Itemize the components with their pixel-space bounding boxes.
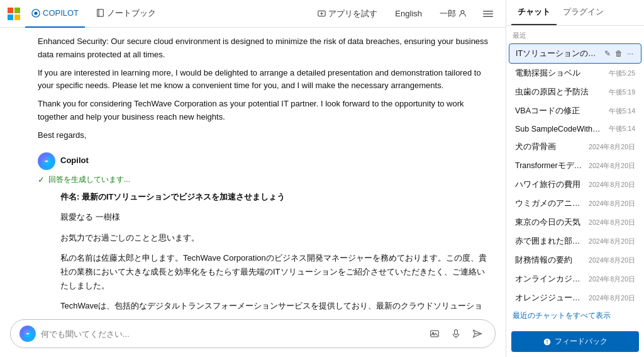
chat-list-item[interactable]: 東京の今日の天気2024年8月20日 [509,213,641,232]
input-box [10,319,496,348]
input-bar [0,313,506,357]
copilot-avatar [38,152,55,170]
chat-item-title: 虫歯の原因と予防法 [515,87,605,98]
tab-plugin[interactable]: プラグイン [557,0,610,25]
more-chat-button[interactable]: ··· [626,48,635,59]
try-app-button[interactable]: アプリを試す [311,6,384,22]
input-avatar [19,326,36,342]
chat-list-item[interactable]: 電動採掘ショベル午後5:25 [509,64,641,82]
copilot-header: Copilot [38,152,491,170]
copilot-message: Copilot ✓ 回答を生成しています... 件名: 最新のITソリューション… [38,152,491,313]
sidebar: チャット プラグイン 最近 ITソリューションのご紹介✎🗑···電動採掘ショベル… [506,0,644,357]
chat-item-title: 犬の背骨画 [515,142,585,152]
chat-list-item[interactable]: ウミガメのアニメ風画像生成2024年8月20日 [509,195,641,213]
tab-chat[interactable]: チャット [511,0,557,25]
svg-rect-2 [97,9,104,16]
show-all-chats[interactable]: 最近のチャットをすべて表示 [506,305,644,326]
chat-item-title: 東京の今日の天気 [515,217,585,228]
chat-item-time: 2024年8月20日 [589,294,635,303]
chat-item-time: 2024年8月20日 [589,218,635,227]
chat-item-title: オレンジジュースの新商品コンセ [515,293,585,303]
chat-item-time: 2024年8月20日 [589,181,635,190]
chat-list-item[interactable]: ハワイ旅行の費用2024年8月20日 [509,176,641,194]
copilot-message-body: 件名: 最新のITソリューションでビジネスを加速させましょう 親愛なる 一樹様 … [60,190,491,313]
chat-list-item[interactable]: 犬の背骨画2024年8月20日 [509,138,641,156]
input-actions [426,325,486,343]
svg-rect-13 [455,330,458,335]
chat-item-title: VBAコードの修正 [515,106,605,116]
chat-item-time: 午後5:14 [609,125,635,133]
voice-input-button[interactable] [447,325,465,343]
chat-item-time: 2024年8月20日 [589,200,635,208]
chat-item-time: 2024年8月20日 [589,256,635,265]
chat-list-item[interactable]: Transformerモデルとは？2024年8月20日 [509,157,641,175]
svg-rect-7 [483,13,493,14]
chat-list-item[interactable]: オレンジジュースの新商品コンセ2024年8月20日 [509,289,641,305]
feedback-button[interactable]: フィードバック [511,331,639,352]
edit-chat-button[interactable]: ✎ [603,48,612,59]
chat-item-time: 2024年8月20日 [589,162,635,171]
tab-notebook[interactable]: ノートブック [90,0,162,28]
chat-item-title: オンラインカジノとマーチンゲール [515,274,585,285]
chat-list-item[interactable]: 財務情報の要約2024年8月20日 [509,251,641,269]
tab-copilot[interactable]: COPILOT [25,0,85,28]
chat-item-title: ウミガメのアニメ風画像生成 [515,198,585,209]
generating-status: ✓ 回答を生成しています... [38,174,491,187]
svg-point-5 [461,11,464,14]
microsoft-logo [8,8,20,20]
chat-item-title: Sub SampleCodeWithBugs() Range("A1 [515,125,605,133]
chat-list-item[interactable]: 赤で囲まれた部分の数字と利率2024年8月20日 [509,232,641,251]
chat-list-item[interactable]: ITソリューションのご紹介✎🗑··· [509,43,641,64]
chat-item-time: 午後5:19 [609,88,635,97]
svg-rect-8 [483,16,493,17]
svg-point-1 [34,11,37,14]
chat-list: ITソリューションのご紹介✎🗑···電動採掘ショベル午後5:25虫歯の原因と予防… [506,43,644,305]
svg-rect-6 [483,11,493,12]
chat-item-time: 2024年8月20日 [589,275,635,284]
chat-item-time: 2024年8月20日 [589,237,635,246]
system-message: Enhanced Security: Our secure cloud envi… [38,35,491,142]
recent-label: 最近 [506,26,644,43]
chat-input[interactable] [41,329,421,339]
chat-item-time: 午後5:25 [609,69,635,78]
chat-item-title: 電動採掘ショベル [515,68,605,79]
chat-item-title: 赤で囲まれた部分の数字と利率 [515,236,585,247]
language-button[interactable]: English [389,6,428,21]
chat-item-title: 財務情報の要約 [515,255,585,266]
chat-list-item[interactable]: 虫歯の原因と予防法午後5:19 [509,83,641,101]
account-button[interactable]: 一郎 [433,6,473,22]
sidebar-tabs: チャット プラグイン [506,0,644,26]
chat-item-title: ITソリューションのご紹介 [516,48,603,59]
chat-list-item[interactable]: オンラインカジノとマーチンゲール2024年8月20日 [509,270,641,288]
chat-area: Enhanced Security: Our secure cloud envi… [0,28,506,313]
chat-item-actions: ✎🗑··· [603,48,635,59]
check-icon: ✓ [38,174,45,187]
send-button[interactable] [469,325,486,343]
chat-list-item[interactable]: VBAコードの修正午後5:14 [509,102,641,120]
topbar: COPILOT ノートブック アプリを試す English 一郎 [0,0,506,28]
chat-list-item[interactable]: Sub SampleCodeWithBugs() Range("A1午後5:14 [509,121,641,137]
chat-item-time: 午後5:14 [609,107,635,116]
menu-button[interactable] [478,4,498,24]
chat-item-title: Transformerモデルとは？ [515,161,585,171]
chat-item-time: 2024年8月20日 [589,143,635,152]
image-input-button[interactable] [426,325,443,343]
chat-item-title: ハワイ旅行の費用 [515,179,585,190]
delete-chat-button[interactable]: 🗑 [614,48,624,59]
